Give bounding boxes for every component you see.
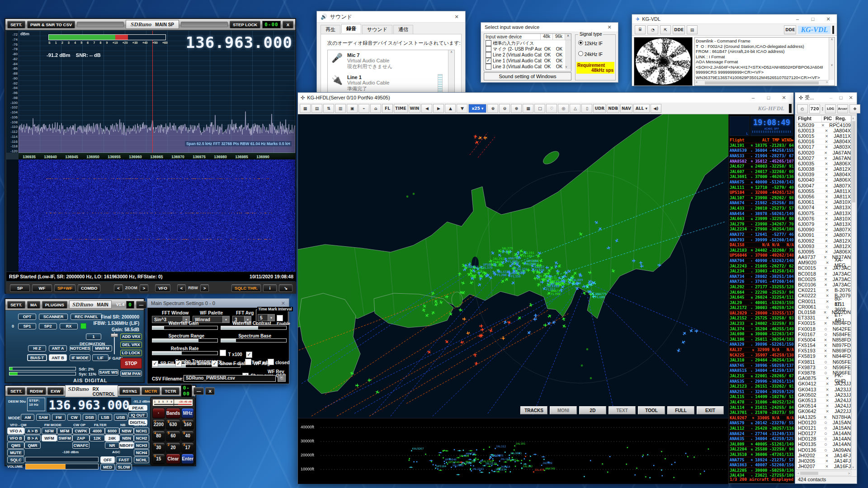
flight-row[interactable]: JAL279▸23998-34267/ 70 [730,222,794,227]
flight-row[interactable]: ANA8502N35012-45265/107 [730,159,794,164]
audio-device-item[interactable]: 🎤 Mic 7 Virtual Audio Cable 現在利用できません [328,50,454,72]
flight-row[interactable]: JAL3701▴21970-28273/ 59 [730,410,794,416]
flight-row[interactable]: ANA8539▸36004-44258/155 [730,148,794,154]
flight-row[interactable]: UAL2829▸28000-33255/117 [730,311,794,316]
hdr-wind[interactable]: WIND [779,138,792,142]
contact-row[interactable]: 6J0038×JA812X [797,167,851,172]
flight-row[interactable]: UPS6046▸37900-49262/148 [730,253,794,258]
combo-button[interactable]: COMBO [78,284,100,292]
contact-row[interactable]: 5J5039×RPC4109 [797,122,851,128]
flight-row[interactable]: UPS104▸32000-44261/124 [730,190,794,196]
refresh-rate-slider[interactable] [152,351,218,355]
main-title-plate[interactable]: SDRuno MAIN [69,300,112,309]
font-icon[interactable]: AFONT [837,104,848,113]
flight-row[interactable]: JAL2172▸30003-40259/124 [730,305,794,311]
flight-row[interactable]: ANA775N18924-21275/ 57 [730,457,794,463]
h-scrollbar[interactable]: <> [796,471,851,476]
globe-icon[interactable]: ⊛ [511,104,522,113]
if-mode-button[interactable]: IF MODE [70,354,90,361]
contact-row[interactable]: FX5819×N844FD [797,354,851,359]
minimize-button[interactable]: — [193,387,204,395]
flight-row[interactable]: DAL158N/AN/AN/A [730,243,794,248]
key-60[interactable]: 560 [166,431,181,441]
grab-strip[interactable] [77,22,124,27]
resize-icon[interactable]: ↘ [279,284,292,292]
contact-row[interactable]: 6J0055×JA811X [797,188,851,194]
contact-row[interactable]: 6J0075×JA813X [797,211,851,216]
contact-row[interactable]: GK0513×JA24JJ [797,398,851,403]
ma-button[interactable]: MA [27,301,40,309]
win-toggle[interactable]: WIN [409,104,421,113]
contact-row[interactable]: 6J0040×JA806X [797,178,851,183]
contact-row[interactable]: 6J0013×JA804X [797,128,851,133]
mode-fm-button[interactable]: FM [52,414,66,421]
csv-filename-input[interactable]: SDRuno_PWRSNR.csv [184,375,276,382]
key-20[interactable]: 220 [166,442,181,453]
flight-row[interactable]: ANA793▸39999-52260/149 [730,237,794,243]
flight-row[interactable]: JAL2204N25580-32258/ 94 [730,447,794,452]
flight-row[interactable]: JAL2152▾25725-33258/ 93 [730,316,794,321]
maximize-icon[interactable]: □ [805,14,821,24]
key-enter[interactable]: Enter [181,454,194,464]
flight-row[interactable]: JAL2123▴26151-33262/ 91 [730,384,794,389]
save-ws-button[interactable]: SAVE WS [99,369,118,375]
clock-icon[interactable]: ◴ [797,104,808,113]
mute-button[interactable]: MUTE [7,449,24,456]
text-button[interactable]: TEXT [609,406,636,414]
show-fdial-checkbox[interactable]: ✓ Show F dial [212,359,245,367]
vdl-message-area[interactable]: Downlink - Command Frame T O : F002A2 (G… [696,38,823,80]
qms-button[interactable]: QMS [7,442,24,449]
contact-row[interactable]: GK0502×JA23JJ [797,392,851,398]
contact-row[interactable]: 6J0016×JA804X [797,139,851,145]
mem-pan-button[interactable]: MEM PAN [120,371,142,376]
4000-button[interactable]: 4000 [90,427,105,434]
mode-cw-button[interactable]: CW [67,414,81,421]
flight-row[interactable]: JAL690N39000-52263/147 [730,332,794,337]
contact-row[interactable]: BC0015×JA73AC [797,266,851,271]
triangle-icon[interactable]: △ [570,104,580,113]
settings-icon[interactable]: ⌸ [635,25,646,34]
spwf-button[interactable]: SP+WF [54,284,75,292]
contact-row[interactable]: FX5154×N897FD [797,343,851,348]
contact-row[interactable]: AM9020×XA-MFG [797,260,851,266]
timer-icon[interactable]: ⇱ [660,25,671,34]
sound-setting-button[interactable]: Sound setting of Windows [484,72,571,80]
contact-row[interactable]: GK0413×JA23JJ [797,387,851,392]
contact-row[interactable]: ET3331×ET-ARJ [797,315,851,321]
device-checkbox[interactable] [486,40,491,46]
key-2200[interactable]: 72200 [152,419,165,430]
sett-button[interactable]: SETT. [7,387,25,395]
bias-t-button[interactable]: BIAS-T [27,354,47,361]
pan-down-icon[interactable]: ▼ [457,104,467,113]
contact-row[interactable]: JH0212×JA16FJ [797,469,851,470]
ant-b-button[interactable]: ANT B [49,354,67,361]
wf-avg-checkbox[interactable]: WF Avg [245,359,270,367]
flight-row[interactable]: JAL663N23999-32259/ 90 [730,216,794,222]
flight-row[interactable]: JAL215N22001-28265/ 67 [730,374,794,379]
rf-gain-slider[interactable] [112,333,117,354]
rec-panel-button[interactable]: REC PANEL [71,314,102,320]
contact-row[interactable]: 6J0079×JA813X [797,221,851,227]
device-checkbox[interactable] [486,46,491,52]
scanner-button[interactable]: SCANNER [39,314,68,320]
rx-frequency-lcd[interactable]: 136.963.000 [47,398,131,412]
key-40[interactable]: 640 [181,431,194,441]
minimize-icon[interactable]: – [745,93,761,103]
key-80[interactable]: 480 [152,431,165,441]
flight-row[interactable]: ANA533▸21994-28273/ 67 [730,154,794,159]
close-icon[interactable]: ✕ [776,93,792,103]
nch1-button[interactable]: NCH1 [134,427,149,434]
wfm-button[interactable]: WFM [42,435,57,441]
rbw-down-button[interactable]: < [177,284,186,292]
flight-row[interactable]: ANA635▸34004-42259/125 [730,436,794,442]
close-icon[interactable]: ✕ [821,14,836,24]
sp-fill-checkbox[interactable]: ✓ SP Fill [152,359,174,367]
contact-row[interactable]: 6J0015×JA811X [797,133,851,139]
flight-row[interactable]: ANA726▾37691-47260/144 [730,279,794,285]
flight-row[interactable]: JAL664▾22298-25253/ 94 [730,290,794,295]
circle-icon[interactable]: ◎ [558,104,569,113]
close-button[interactable]: X [205,387,214,395]
flight-row[interactable]: JAL374▾35204-46255/149 [730,326,794,332]
hdr-flight[interactable]: Flight [730,138,753,142]
contact-row[interactable]: GK0514×JA24JJ [797,404,851,409]
